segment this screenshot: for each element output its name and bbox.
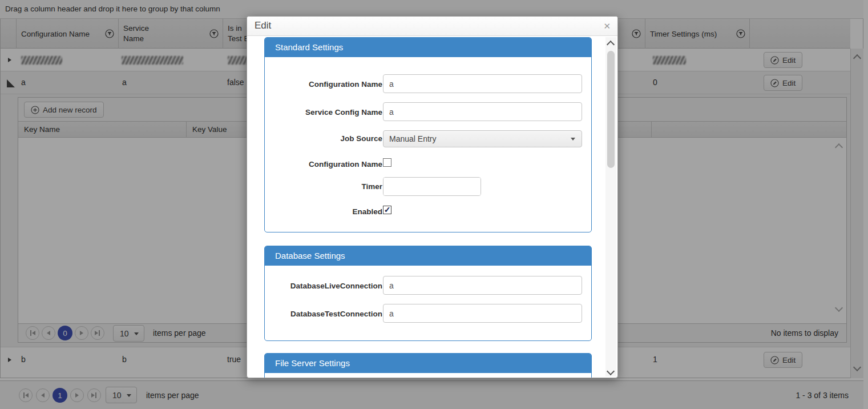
scroll-down-icon[interactable]: [607, 367, 615, 375]
scrollbar-thumb[interactable]: [607, 51, 615, 168]
field-label: Timer: [268, 182, 382, 191]
field-label: Job Source: [268, 134, 382, 143]
configuration-name-checkbox[interactable]: [383, 158, 391, 167]
field-label: DatabaseTestConnection: [268, 310, 382, 318]
job-source-dropdown[interactable]: Manual Entry: [383, 130, 582, 147]
database-test-connection-field[interactable]: [383, 304, 582, 323]
dialog-vertical-scrollbar[interactable]: [605, 37, 616, 376]
timer-stepper[interactable]: [383, 177, 481, 196]
database-live-connection-field[interactable]: [383, 276, 582, 295]
edit-dialog: Edit ✕ Standard Settings Configuration N…: [247, 16, 618, 378]
timer-field[interactable]: [383, 178, 481, 195]
section-title: Database Settings: [265, 246, 591, 266]
chevron-down-icon: [571, 138, 575, 141]
database-settings-section: Database Settings DatabaseLiveConnection…: [264, 246, 592, 341]
service-config-name-field[interactable]: [383, 102, 582, 121]
field-label: DatabaseLiveConnection: [268, 282, 382, 290]
section-title: Standard Settings: [265, 38, 591, 57]
field-label: Configuration Name: [268, 160, 382, 169]
field-label: Enabled: [268, 207, 382, 216]
dialog-title: Edit: [247, 17, 617, 36]
enabled-checkbox[interactable]: ✓: [383, 206, 391, 214]
scroll-up-icon[interactable]: [607, 41, 615, 49]
configuration-name-field[interactable]: [383, 74, 582, 93]
standard-settings-section: Standard Settings Configuration Name Ser…: [264, 37, 592, 232]
job-source-value: Manual Entry: [389, 134, 436, 143]
file-server-settings-section: File Server Settings: [264, 353, 592, 378]
field-label: Service Config Name: [268, 108, 382, 117]
section-title: File Server Settings: [265, 354, 591, 373]
close-icon[interactable]: ✕: [603, 21, 611, 31]
field-label: Configuration Name: [268, 80, 382, 89]
